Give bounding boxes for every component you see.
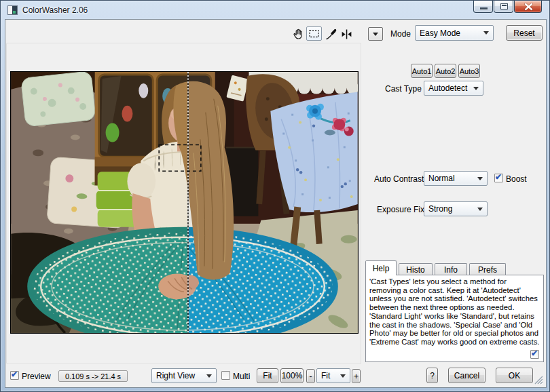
app-icon bbox=[7, 5, 18, 15]
cast-type-value: Autodetect bbox=[428, 83, 471, 93]
zoom-out-button[interactable]: - bbox=[306, 369, 315, 383]
auto2-button[interactable]: Auto2 bbox=[435, 64, 456, 78]
tab-histo[interactable]: Histo bbox=[399, 263, 433, 275]
mode-select[interactable]: Easy Mode bbox=[415, 25, 494, 41]
titlebar[interactable]: ColorWasher 2.06 bbox=[1, 1, 549, 20]
reset-button[interactable]: Reset bbox=[506, 25, 543, 41]
marquee-selection-icon bbox=[308, 27, 320, 40]
fit-button[interactable]: Fit bbox=[257, 368, 278, 383]
maximize-button[interactable] bbox=[494, 1, 513, 13]
minimize-icon bbox=[480, 7, 488, 9]
zoom-fit-value: Fit bbox=[321, 371, 337, 380]
chevron-down-icon bbox=[373, 33, 378, 36]
mode-label: Mode bbox=[390, 29, 411, 39]
hand-pan-icon bbox=[292, 28, 305, 41]
help-ack-checkbox[interactable] bbox=[530, 350, 539, 359]
mode-select-value: Easy Mode bbox=[420, 28, 481, 38]
multi-checkbox[interactable] bbox=[221, 371, 230, 380]
help-text: 'Cast Types' lets you select a method fo… bbox=[369, 277, 539, 346]
chevron-down-icon bbox=[473, 87, 479, 90]
auto-contrast-value: Normal bbox=[428, 174, 475, 183]
help-button[interactable]: ? bbox=[426, 368, 438, 383]
tab-info-label: Info bbox=[444, 265, 458, 275]
cast-type-label: Cast Type bbox=[385, 84, 422, 94]
tab-info[interactable]: Info bbox=[435, 263, 467, 275]
resize-grip[interactable] bbox=[534, 376, 543, 385]
minimize-button[interactable] bbox=[473, 1, 493, 13]
chevron-down-icon bbox=[477, 177, 483, 180]
tab-help-label: Help bbox=[373, 264, 390, 273]
window-title: ColorWasher 2.06 bbox=[22, 5, 88, 15]
auto-contrast-select[interactable]: Normal bbox=[424, 171, 488, 186]
tab-prefs[interactable]: Prefs bbox=[469, 263, 506, 275]
split-compare-icon bbox=[340, 28, 353, 41]
preview-label: Preview bbox=[22, 372, 51, 381]
exposure-fix-select[interactable]: Strong bbox=[424, 201, 488, 216]
options-dropdown-button[interactable] bbox=[368, 27, 383, 41]
image-preview[interactable] bbox=[10, 71, 359, 334]
multi-label: Multi bbox=[233, 372, 250, 381]
zoom-fit-select[interactable]: Fit bbox=[316, 368, 350, 383]
chevron-down-icon bbox=[477, 208, 483, 211]
tab-histo-label: Histo bbox=[406, 265, 424, 275]
boost-checkbox[interactable] bbox=[494, 174, 503, 182]
close-icon bbox=[515, 1, 543, 13]
tab-prefs-label: Prefs bbox=[478, 265, 497, 275]
close-button[interactable] bbox=[514, 1, 542, 13]
view-mode-select[interactable]: Right View bbox=[151, 368, 217, 383]
chevron-down-icon bbox=[206, 374, 212, 378]
auto3-button[interactable]: Auto3 bbox=[458, 64, 480, 78]
chevron-down-icon bbox=[483, 31, 489, 35]
preview-checkbox[interactable] bbox=[10, 371, 19, 380]
hand-pan-tool[interactable] bbox=[291, 27, 306, 41]
eyedropper-icon bbox=[325, 28, 337, 41]
view-mode-value: Right View bbox=[156, 371, 204, 380]
zoom-100-button[interactable]: 100% bbox=[280, 368, 304, 383]
cast-type-select[interactable]: Autodetect bbox=[424, 81, 483, 96]
exposure-fix-label: Exposure Fix bbox=[377, 205, 424, 214]
chevron-down-icon bbox=[340, 374, 346, 378]
ok-button[interactable]: OK bbox=[496, 368, 533, 383]
auto1-button[interactable]: Auto1 bbox=[411, 64, 433, 78]
colorwasher-window: ColorWasher 2.06 Mode Easy Mode Reset Au… bbox=[0, 0, 550, 392]
eyedropper-tool[interactable] bbox=[323, 27, 339, 41]
exposure-fix-value: Strong bbox=[428, 204, 475, 214]
marquee-selection-tool[interactable] bbox=[306, 26, 322, 41]
boost-label: Boost bbox=[506, 174, 527, 184]
maximize-icon bbox=[500, 3, 508, 9]
photo-content bbox=[11, 72, 358, 333]
split-compare-tool[interactable] bbox=[339, 27, 354, 41]
help-text-panel: 'Cast Types' lets you select a method fo… bbox=[365, 275, 544, 362]
auto-contrast-label: Auto Contrast bbox=[374, 174, 424, 184]
tab-help[interactable]: Help bbox=[365, 260, 397, 275]
zoom-in-button[interactable]: + bbox=[352, 369, 361, 383]
processing-time-button[interactable]: 0.109 s -> 21.4 s bbox=[58, 370, 128, 382]
cancel-button[interactable]: Cancel bbox=[448, 368, 485, 383]
